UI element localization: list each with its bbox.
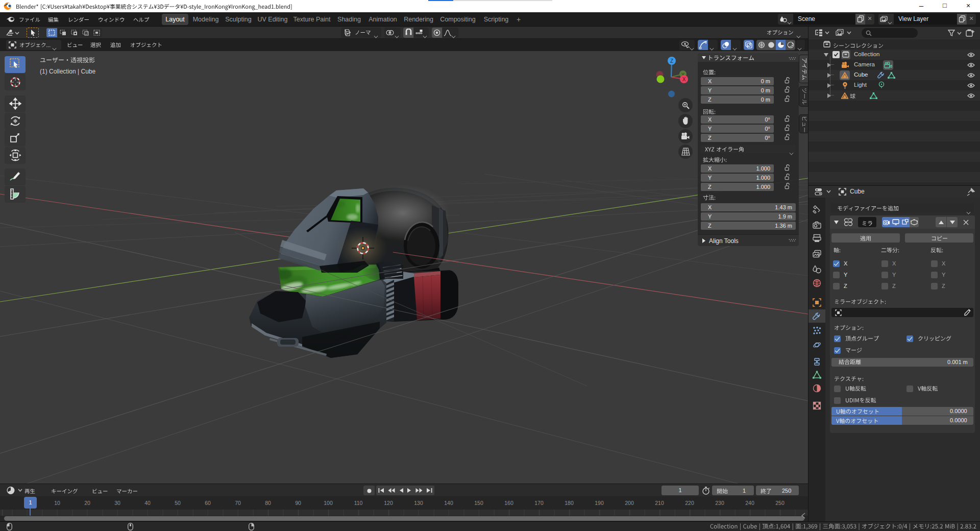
svg-text:Z: Z	[670, 58, 673, 64]
svg-text:X: X	[682, 77, 686, 82]
